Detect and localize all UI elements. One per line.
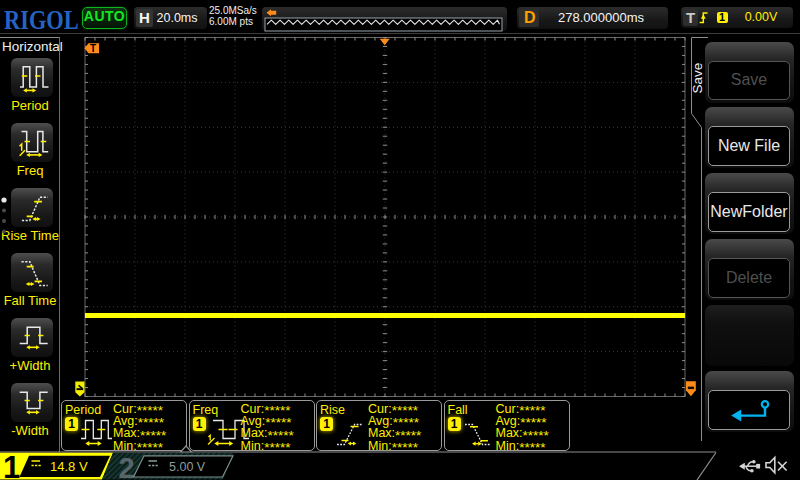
- svg-text:1: 1: [3, 450, 20, 480]
- svg-text:5.00 V: 5.00 V: [169, 460, 206, 474]
- svg-text:2: 2: [119, 452, 135, 480]
- svg-text:14.8 V: 14.8 V: [50, 459, 88, 474]
